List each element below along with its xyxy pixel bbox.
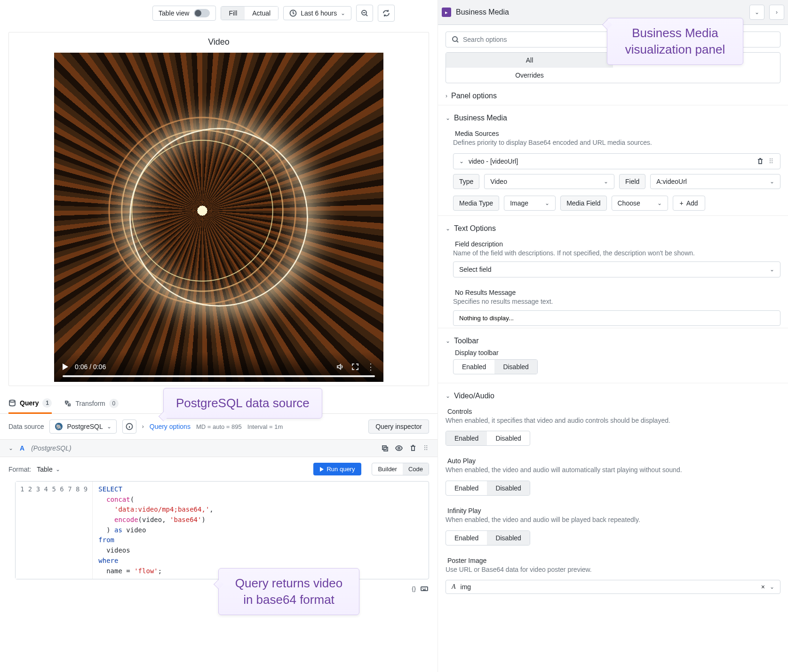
- format-label: Format:: [8, 466, 31, 473]
- collapse-query-icon[interactable]: ⌄: [8, 445, 13, 451]
- poster-select[interactable]: A img × ⌄: [446, 580, 780, 594]
- query-ref-label[interactable]: A: [20, 444, 24, 452]
- infinity-disabled[interactable]: Disabled: [487, 531, 529, 545]
- eye-icon[interactable]: [395, 444, 403, 452]
- media-field-label: Media Field: [560, 196, 606, 211]
- search-icon: [452, 36, 459, 43]
- play-icon[interactable]: [63, 364, 68, 370]
- toolbar-disabled[interactable]: Disabled: [494, 360, 537, 374]
- autoplay-desc: When enabled, the video and audio will a…: [446, 466, 780, 479]
- tab-overrides[interactable]: Overrides: [446, 68, 613, 83]
- nores-input[interactable]: [453, 310, 780, 326]
- datasource-settings-button[interactable]: [122, 419, 136, 434]
- media-type-select[interactable]: Image⌄: [504, 196, 556, 211]
- field-select[interactable]: A:videoUrl⌄: [650, 174, 780, 189]
- field-desc-select[interactable]: Select field⌄: [453, 261, 780, 277]
- duplicate-icon[interactable]: [381, 444, 389, 452]
- svg-point-10: [453, 37, 457, 41]
- run-query-button[interactable]: Run query: [313, 463, 361, 475]
- callout-base64: Query returns video in base64 format: [218, 568, 359, 615]
- query-options-link[interactable]: Query options: [150, 423, 191, 430]
- volume-icon[interactable]: [336, 363, 344, 371]
- transform-icon: [64, 400, 72, 407]
- builder-tab[interactable]: Builder: [372, 463, 402, 475]
- refresh-button[interactable]: [378, 5, 395, 22]
- sql-editor[interactable]: 1 2 3 4 5 6 7 8 9 SELECT concat( 'data:v…: [15, 481, 429, 579]
- fill-button[interactable]: Fill: [221, 7, 245, 20]
- zoom-out-icon: [361, 9, 368, 17]
- add-source-button[interactable]: +Add: [673, 196, 705, 211]
- trash-icon[interactable]: [756, 158, 764, 165]
- data-source-select[interactable]: 🐘 PostgreSQL ⌄: [49, 419, 116, 434]
- video-player[interactable]: 0:06 / 0:06 ⋮: [54, 53, 383, 382]
- info-icon: [126, 423, 133, 430]
- table-view-toggle[interactable]: Table view: [152, 6, 216, 21]
- switch-track: [194, 9, 210, 17]
- controls-title: Controls: [446, 403, 780, 416]
- media-sources-title: Media Sources: [453, 125, 780, 138]
- media-sources-desc: Defines priority to display Base64 encod…: [453, 138, 780, 151]
- query-inspector-button[interactable]: Query inspector: [368, 419, 429, 434]
- controls-enabled[interactable]: Enabled: [446, 431, 487, 445]
- line-gutter: 1 2 3 4 5 6 7 8 9: [16, 482, 93, 579]
- poster-desc: Use URL or Base64 data for video poster …: [446, 565, 780, 578]
- sql-code[interactable]: SELECT concat( 'data:video/mp4;base64,',…: [93, 482, 429, 579]
- svg-point-2: [9, 400, 15, 402]
- video-panel: Video 0:06 / 0:06 ⋮: [8, 32, 429, 386]
- video-progress[interactable]: [63, 375, 375, 377]
- section-toolbar[interactable]: ⌄Toolbar: [446, 334, 780, 348]
- actual-button[interactable]: Actual: [245, 7, 278, 20]
- time-range-picker[interactable]: Last 6 hours ⌄: [283, 6, 351, 20]
- callout-postgresql: PostgreSQL data source: [163, 388, 322, 419]
- clear-icon[interactable]: ×: [761, 583, 765, 591]
- nores-title: No Results Message: [453, 284, 780, 297]
- transform-count-badge: 0: [109, 399, 119, 408]
- tab-transform[interactable]: Transform 0: [64, 395, 118, 413]
- section-business-media[interactable]: ⌄Business Media: [446, 111, 780, 125]
- md-info: MD = auto = 895: [196, 423, 242, 430]
- viz-name: Business Media: [456, 8, 509, 16]
- viz-next-button[interactable]: ›: [769, 5, 784, 20]
- autoplay-enabled[interactable]: Enabled: [446, 481, 487, 495]
- builder-code-segment: Builder Code: [372, 463, 429, 475]
- infinity-desc: When enabled, the video and audio will b…: [446, 515, 780, 529]
- postgres-icon: 🐘: [55, 422, 63, 431]
- section-text-options[interactable]: ⌄Text Options: [446, 221, 780, 236]
- media-source-item[interactable]: ⌄ video - [videoUrl] ⠿: [453, 153, 780, 169]
- media-type-label: Media Type: [453, 196, 499, 211]
- autoplay-disabled[interactable]: Disabled: [487, 481, 529, 495]
- format-select[interactable]: Table ⌄: [37, 466, 60, 473]
- tab-all[interactable]: All: [446, 53, 613, 68]
- panel-title: Video: [208, 32, 230, 53]
- tab-query[interactable]: Query 1: [8, 395, 52, 414]
- plus-icon: +: [680, 199, 684, 207]
- time-range-label: Last 6 hours: [301, 9, 337, 17]
- chevron-down-icon: ⌄: [56, 466, 60, 473]
- type-select[interactable]: Video⌄: [484, 174, 614, 189]
- media-field-select[interactable]: Choose⌄: [612, 196, 668, 211]
- section-video-audio[interactable]: ⌄Video/Audio: [446, 389, 780, 403]
- zoom-out-button[interactable]: [356, 5, 373, 22]
- chevron-down-icon: ⌄: [459, 158, 464, 165]
- table-view-label: Table view: [159, 9, 189, 17]
- trash-icon[interactable]: [409, 444, 417, 452]
- controls-desc: When enabled, it specifies that video an…: [446, 416, 780, 429]
- code-tab[interactable]: Code: [403, 463, 429, 475]
- controls-disabled[interactable]: Disabled: [487, 431, 529, 445]
- chevron-down-icon: ⌄: [341, 10, 345, 16]
- chevron-right-icon: ›: [142, 423, 144, 430]
- callout-viz-panel: Business Media visualization panel: [607, 18, 743, 65]
- autoplay-toggle: Enabled Disabled: [446, 481, 530, 496]
- time-display: 0:06 / 0:06: [75, 363, 106, 371]
- drag-handle-icon[interactable]: ⠿: [423, 444, 429, 452]
- fullscreen-icon[interactable]: [351, 363, 359, 371]
- infinity-enabled[interactable]: Enabled: [446, 531, 487, 545]
- section-panel-options[interactable]: ›Panel options: [446, 89, 780, 103]
- toolbar-enabled[interactable]: Enabled: [454, 360, 494, 374]
- brace-indicator[interactable]: {}: [412, 585, 416, 593]
- keyboard-icon[interactable]: [421, 585, 428, 593]
- drag-handle-icon[interactable]: ⠿: [769, 158, 774, 165]
- video-controls: 0:06 / 0:06 ⋮: [54, 352, 383, 382]
- viz-collapse-button[interactable]: ⌄: [749, 5, 764, 20]
- database-icon: [8, 399, 16, 407]
